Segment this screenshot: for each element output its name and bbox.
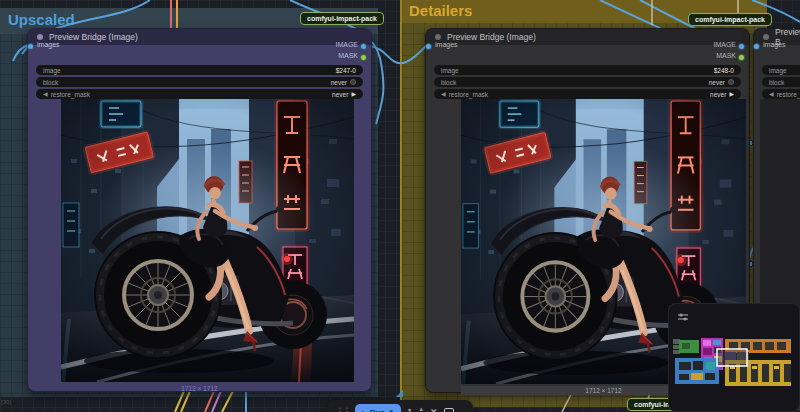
minimap-graph[interactable] [673, 336, 795, 394]
input-label: images [435, 41, 458, 48]
node-pack-badge: comfyui-impact-pack [300, 12, 384, 25]
input-port-images[interactable] [425, 43, 432, 50]
chevron-left-icon[interactable]: ◀ [769, 91, 774, 97]
clear-queue-icon[interactable]: ✕ [430, 404, 438, 412]
widget-image[interactable]: image $248-0 [434, 65, 741, 75]
node-header[interactable]: Preview Bridge (Image) [28, 29, 371, 45]
widget-value: $248-0 [714, 67, 734, 74]
node-pack-badge: comfyui-impact-pack [688, 13, 772, 26]
chevron-left-icon[interactable]: ◀ [441, 91, 446, 97]
widget-label: image [769, 67, 787, 74]
sliders-icon[interactable] [677, 311, 689, 323]
widget-label: restore_mask [51, 91, 90, 98]
widget-restore-mask[interactable]: ◀restore_mask never▶ [434, 89, 741, 99]
widget-block[interactable]: block never [36, 77, 363, 87]
image-dimensions-caption: 1712 × 1712 [28, 385, 371, 392]
input-label: images [763, 41, 786, 48]
widget-label: restore_mask [449, 91, 488, 98]
widget-value: never [709, 79, 725, 86]
output-port-image[interactable] [360, 43, 367, 50]
widget-label: block [769, 79, 784, 86]
widget-label: image [43, 67, 61, 74]
node-title: Preview Bridge (Image) [49, 32, 138, 42]
widget-label: restore_ma [777, 91, 800, 98]
widget-label: image [441, 67, 459, 74]
output-label-image: IMAGE [335, 41, 358, 48]
widget-value: never [331, 79, 347, 86]
widget-restore-mask[interactable]: ◀restore_ma [762, 89, 800, 99]
preview-image-cyberpunk-motorcycle[interactable] [61, 99, 354, 382]
minimap-panel[interactable] [668, 303, 800, 412]
output-port-image[interactable] [738, 43, 745, 50]
widget-value: $247-0 [336, 67, 356, 74]
input-label: images [37, 41, 60, 48]
collapse-dot[interactable] [435, 34, 441, 40]
preview-bridge-node-upscaled[interactable]: Preview Bridge (Image) images IMAGE MASK… [27, 28, 372, 392]
chevron-left-icon[interactable]: ◀ [43, 91, 48, 97]
node-header[interactable]: Preview Bridge (Image) [426, 29, 749, 45]
widget-restore-mask[interactable]: ◀restore_mask never▶ [36, 89, 363, 99]
output-port-mask[interactable] [360, 54, 367, 61]
queue-toolbar[interactable]: ⋮⋮ ▶ Run ▼ 1 ▲▼ ✕ [327, 400, 473, 412]
group-resize-handle[interactable] [396, 390, 403, 397]
widget-block[interactable]: block never [434, 77, 741, 87]
output-port-mask[interactable] [738, 54, 745, 61]
minimap-viewport[interactable] [717, 349, 747, 366]
play-icon: ▶ [362, 409, 367, 412]
canvas-corner-label: [30] [1, 399, 11, 405]
widget-label: block [43, 79, 58, 86]
batch-count[interactable]: 1 [407, 404, 412, 412]
run-button[interactable]: ▶ Run ▼ [355, 404, 401, 412]
input-port-images[interactable] [27, 43, 34, 50]
widget-image[interactable]: image [762, 65, 800, 75]
widget-value: never [332, 91, 348, 98]
toggle-icon[interactable] [350, 79, 356, 85]
batch-count-stepper[interactable]: ▲▼ [418, 404, 424, 412]
group-title: Upscaled [8, 11, 75, 28]
collapse-dot[interactable] [763, 34, 769, 40]
toggle-icon[interactable] [728, 79, 734, 85]
interrupt-icon[interactable] [444, 408, 454, 412]
run-label: Run [370, 408, 386, 412]
widget-value: never [710, 91, 726, 98]
node-title: Preview Bridge (Image) [447, 32, 536, 42]
widget-label: block [441, 79, 456, 86]
input-port-images[interactable] [753, 43, 760, 50]
chevron-right-icon[interactable]: ▶ [351, 91, 356, 97]
output-label-image: IMAGE [713, 41, 736, 48]
comfyui-canvas[interactable]: Upscaled Detailers [0, 0, 800, 412]
group-title: Detailers [409, 2, 472, 19]
drag-handle-icon[interactable]: ⋮⋮ [335, 404, 349, 412]
widget-image[interactable]: image $247-0 [36, 65, 363, 75]
output-label-mask: MASK [338, 52, 358, 59]
collapse-dot[interactable] [37, 34, 43, 40]
chevron-right-icon[interactable]: ▶ [729, 91, 734, 97]
output-label-mask: MASK [716, 52, 736, 59]
widget-block[interactable]: block [762, 77, 800, 87]
